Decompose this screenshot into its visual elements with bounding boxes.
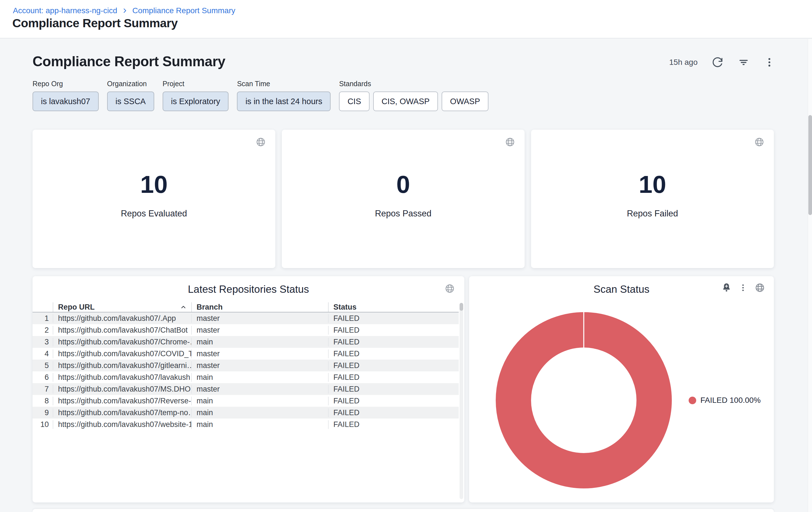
filter-chip-scan-time[interactable]: is in the last 24 hours <box>237 91 330 111</box>
kebab-menu-icon[interactable] <box>764 57 775 68</box>
breadcrumb: Account: app-harness-ng-cicd Compliance … <box>13 6 235 15</box>
next-tile-partial <box>32 509 774 512</box>
repo-url-cell: https://github.com/lavakush07/Reverse-… <box>53 397 191 405</box>
page-scrollbar-thumb[interactable] <box>808 115 812 215</box>
row-number: 4 <box>32 349 53 358</box>
repo-url-cell: https://github.com/lavakush07/website-1 <box>53 420 191 429</box>
filters-bar: Repo Org is lavakush07 Organization is S… <box>32 80 488 111</box>
stat-card-repos-passed: 0 Repos Passed <box>282 130 525 268</box>
breadcrumb-current-link[interactable]: Compliance Report Summary <box>132 6 235 15</box>
standards-chip-cis-owasp[interactable]: CIS, OWASP <box>373 91 438 111</box>
status-cell: FAILED <box>328 373 459 382</box>
row-number: 10 <box>32 420 53 429</box>
filter-label: Standards <box>339 80 488 88</box>
stat-label: Repos Failed <box>627 209 678 219</box>
row-number: 6 <box>32 373 53 382</box>
breadcrumb-account-link[interactable]: Account: app-harness-ng-cicd <box>13 6 117 15</box>
repo-url-cell: https://github.com/lavakush07/Chrome-… <box>53 338 191 346</box>
scan-status-donut-chart[interactable] <box>488 305 679 496</box>
row-number: 3 <box>32 338 53 346</box>
stat-card-repos-evaluated: 10 Repos Evaluated <box>32 130 276 268</box>
repo-url-cell: https://github.com/lavakush07/ChatBot <box>53 326 191 334</box>
legend-failed-dot <box>689 397 696 404</box>
standards-chip-owasp[interactable]: OWASP <box>442 91 488 111</box>
repo-url-cell: https://github.com/lavakush07/lavakush… <box>53 373 191 382</box>
branch-cell: master <box>191 326 328 334</box>
donut-slice-failed <box>513 330 654 471</box>
column-header-branch[interactable]: Branch <box>191 302 328 312</box>
repositories-table: Repo URL Branch Status 1 https://github.… <box>32 302 459 430</box>
table-row: 4 https://github.com/lavakush07/COVID_T…… <box>32 348 459 359</box>
row-number: 5 <box>32 361 53 370</box>
table-title: Latest Repositories Status <box>32 284 464 295</box>
refresh-icon[interactable] <box>712 56 723 68</box>
repo-url-cell: https://github.com/lavakush07/gitlearni… <box>53 361 191 370</box>
filter-chip-repo-org[interactable]: is lavakush07 <box>32 91 99 111</box>
filter-label: Scan Time <box>237 80 330 88</box>
table-header-row: Repo URL Branch Status <box>32 302 459 313</box>
stat-value: 0 <box>397 172 410 197</box>
stat-cards-row: 10 Repos Evaluated 0 Repos Passed 10 Rep… <box>32 130 774 268</box>
row-number-column-header <box>32 302 53 312</box>
status-cell: FAILED <box>328 408 459 417</box>
table-row: 9 https://github.com/lavakush07/temp-no…… <box>32 407 459 419</box>
repo-url-cell: https://github.com/lavakush07/temp-no… <box>53 408 191 417</box>
status-cell: FAILED <box>328 338 459 346</box>
branch-cell: master <box>191 385 328 394</box>
repo-url-cell: https://github.com/lavakush07/COVID_T… <box>53 349 191 358</box>
status-cell: FAILED <box>328 326 459 334</box>
globe-icon[interactable] <box>754 137 764 147</box>
row-number: 2 <box>32 326 53 334</box>
branch-cell: main <box>191 338 328 346</box>
globe-icon[interactable] <box>505 137 515 147</box>
filter-repo-org: Repo Org is lavakush07 <box>32 80 99 111</box>
filter-label: Repo Org <box>32 80 99 88</box>
globe-icon[interactable] <box>445 284 455 294</box>
filter-chip-project[interactable]: is Exploratory <box>163 91 229 111</box>
standards-chip-cis[interactable]: CIS <box>339 91 369 111</box>
scan-card-actions <box>722 282 765 293</box>
page-scrollbar[interactable] <box>808 39 812 512</box>
kebab-menu-icon[interactable] <box>738 283 748 292</box>
branch-cell: main <box>191 420 328 429</box>
stat-label: Repos Evaluated <box>121 209 187 219</box>
table-row: 8 https://github.com/lavakush07/Reverse-… <box>32 395 459 407</box>
scan-status-card: Scan Status F <box>469 276 774 503</box>
table-row: 3 https://github.com/lavakush07/Chrome-…… <box>32 336 459 348</box>
stat-card-repos-failed: 10 Repos Failed <box>531 130 774 268</box>
status-cell: FAILED <box>328 314 459 323</box>
table-scrollbar[interactable] <box>460 303 463 499</box>
chart-legend[interactable]: FAILED 100.00% <box>689 396 761 405</box>
branch-cell: master <box>191 361 328 370</box>
legend-failed-label: FAILED 100.00% <box>700 396 761 405</box>
column-header-repo-url[interactable]: Repo URL <box>53 302 191 312</box>
stat-label: Repos Passed <box>375 209 432 219</box>
branch-cell: main <box>191 397 328 405</box>
status-cell: FAILED <box>328 420 459 429</box>
filter-chip-organization[interactable]: is SSCA <box>107 91 154 111</box>
dashboard-title: Compliance Report Summary <box>32 53 226 70</box>
filter-project: Project is Exploratory <box>163 80 229 111</box>
page-title: Compliance Report Summary <box>12 16 178 30</box>
branch-cell: main <box>191 373 328 382</box>
filter-icon[interactable] <box>737 56 750 69</box>
row-number: 8 <box>32 397 53 405</box>
filter-label: Project <box>163 80 229 88</box>
row-number: 7 <box>32 385 53 394</box>
row-number: 1 <box>32 314 53 323</box>
filter-label: Organization <box>107 80 154 88</box>
latest-repositories-status-card: Latest Repositories Status Repo URL Bran… <box>32 276 464 503</box>
globe-icon[interactable] <box>755 283 765 293</box>
table-scrollbar-thumb[interactable] <box>460 303 463 311</box>
status-cell: FAILED <box>328 349 459 358</box>
sort-ascending-icon <box>180 304 187 311</box>
alert-bell-icon[interactable] <box>722 282 731 293</box>
globe-icon[interactable] <box>256 137 266 147</box>
table-row: 10 https://github.com/lavakush07/website… <box>32 419 459 430</box>
column-header-status[interactable]: Status <box>328 302 459 312</box>
repo-url-cell: https://github.com/lavakush07/MS.DHO… <box>53 385 191 394</box>
filter-standards: Standards CIS CIS, OWASP OWASP <box>339 80 488 111</box>
status-cell: FAILED <box>328 361 459 370</box>
status-cell: FAILED <box>328 397 459 405</box>
repo-url-cell: https://github.com/lavakush07/.App <box>53 314 191 323</box>
